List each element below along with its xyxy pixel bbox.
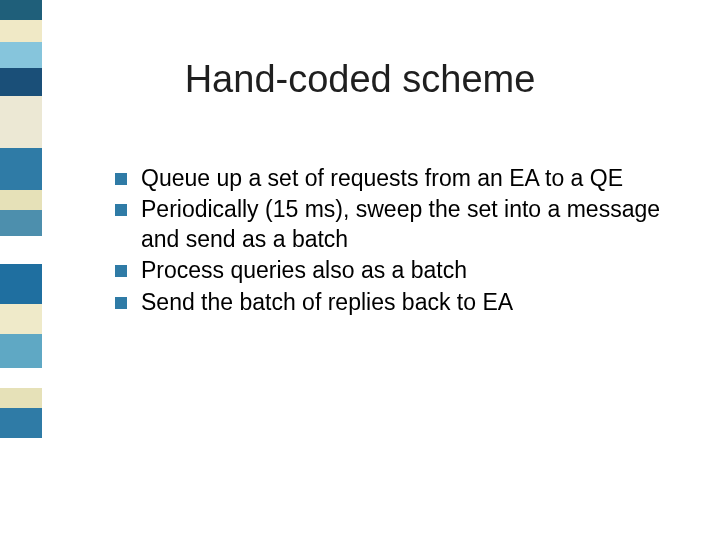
sidebar-stripe <box>0 210 42 236</box>
sidebar-stripe <box>0 408 42 438</box>
sidebar-stripe <box>0 438 42 540</box>
square-bullet-icon <box>115 204 127 216</box>
sidebar-stripe <box>0 190 42 210</box>
bullet-text: Process queries also as a batch <box>141 256 467 285</box>
square-bullet-icon <box>115 265 127 277</box>
list-item: Send the batch of replies back to EA <box>115 288 675 317</box>
sidebar-stripe <box>0 148 42 190</box>
list-item: Process queries also as a batch <box>115 256 675 285</box>
bullet-text: Send the batch of replies back to EA <box>141 288 513 317</box>
sidebar-stripe <box>0 0 42 20</box>
square-bullet-icon <box>115 297 127 309</box>
sidebar-stripe <box>0 20 42 42</box>
list-item: Periodically (15 ms), sweep the set into… <box>115 195 675 254</box>
slide-title: Hand-coded scheme <box>0 58 720 101</box>
square-bullet-icon <box>115 173 127 185</box>
list-item: Queue up a set of requests from an EA to… <box>115 164 675 193</box>
sidebar-stripe <box>0 236 42 264</box>
sidebar-stripe <box>0 304 42 334</box>
sidebar-stripe <box>0 96 42 148</box>
slide: Hand-coded scheme Queue up a set of requ… <box>0 0 720 540</box>
sidebar-stripe <box>0 368 42 388</box>
bullet-text: Periodically (15 ms), sweep the set into… <box>141 195 675 254</box>
bullet-text: Queue up a set of requests from an EA to… <box>141 164 623 193</box>
sidebar-stripe <box>0 264 42 304</box>
sidebar-stripe <box>0 334 42 368</box>
bullet-list: Queue up a set of requests from an EA to… <box>115 164 675 319</box>
sidebar-stripe <box>0 388 42 408</box>
